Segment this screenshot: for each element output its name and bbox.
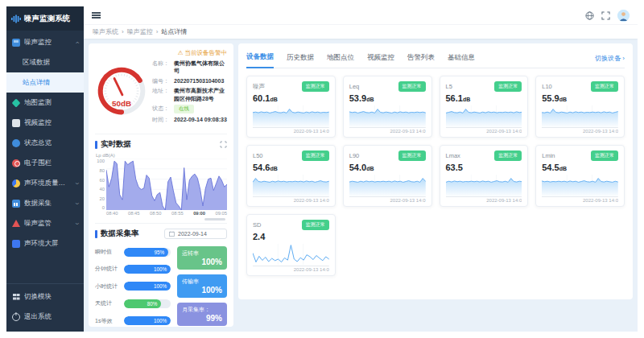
station-field: 名称：衢州协氢气体有限公司 — [152, 60, 227, 75]
expand-icon[interactable] — [220, 141, 227, 148]
rate-label: 天统计 — [95, 299, 121, 307]
sidebar-item-region-data[interactable]: 区域数据 — [6, 52, 84, 72]
tab-设备数据[interactable]: 设备数据 — [246, 49, 274, 68]
collection-rate-row: 分钟统计100% — [95, 265, 171, 274]
field-label: 地址： — [152, 87, 174, 102]
fullscreen-icon[interactable] — [601, 11, 610, 20]
collection-rate-row: 瞬时值95% — [95, 248, 171, 257]
sidebar-item-video-monitor[interactable]: 视频监控 — [6, 113, 84, 133]
progress-fill: 80% — [124, 299, 161, 308]
sparkline-chart — [253, 173, 329, 197]
field-value: 2022-09-14 09:08:33 — [174, 116, 227, 123]
sidebar-item-map-monitor[interactable]: 地图监测 — [6, 93, 84, 113]
metric-unit: dB — [463, 97, 470, 102]
tab-基础信息[interactable]: 基础信息 — [448, 50, 475, 68]
sidebar-item-e-fence[interactable]: 电子围栏 — [6, 153, 84, 173]
x-tick: 08:50 — [150, 211, 162, 216]
metric-unit: dB — [270, 97, 277, 102]
station-field: 时间：2022-09-14 09:08:33 — [152, 116, 227, 123]
field-value: 2022071503104003 — [174, 77, 224, 84]
metric-unit: dB — [270, 166, 277, 171]
tab-历史数据[interactable]: 历史数据 — [287, 50, 314, 68]
tabs-bar: 设备数据历史数据地图点位视频监控告警列表基础信息 切换设备 › — [246, 49, 625, 68]
breadcrumb-item[interactable]: 噪声系统 — [93, 27, 118, 36]
metric-unit: dB — [366, 166, 374, 171]
rate-cards: 运转率100%传输率100%月采集率：99% — [177, 243, 227, 329]
gauge-value: 50dB — [112, 99, 131, 108]
collection-rate-row: 小时统计100% — [95, 282, 171, 291]
y-tick: 80 — [95, 168, 105, 173]
date-picker[interactable]: 2022-09-14 — [164, 229, 227, 239]
sidebar-item-label: 状态总览 — [24, 138, 52, 148]
progress-fill: 100% — [124, 316, 171, 325]
collect-icon — [12, 200, 20, 208]
metric-timestamp: 2022-09-13 14:0 — [542, 198, 618, 203]
field-label: 名称： — [152, 60, 174, 75]
hamburger-menu-icon[interactable] — [92, 12, 101, 19]
sidebar-item-noise-supervision[interactable]: 噪声监管› — [6, 213, 84, 233]
device-data-panel: 设备数据历史数据地图点位视频监控告警列表基础信息 切换设备 › 噪声监测正常60… — [238, 43, 633, 299]
sidebar-item-label: 区域数据 — [23, 58, 50, 68]
tab-地图点位[interactable]: 地图点位 — [327, 50, 354, 68]
app-title: 噪声监测系统 — [24, 14, 70, 24]
sidebar-item-label: 噪声监管 — [24, 219, 52, 229]
user-avatar[interactable] — [617, 10, 630, 22]
sidebar-item-status-overview[interactable]: 状态总览 — [6, 133, 84, 153]
breadcrumb-item[interactable]: 站点详情 — [161, 27, 187, 36]
metric-timestamp: 2022-09-13 14:0 — [446, 198, 522, 203]
metric-value: 60.1dB — [253, 93, 329, 103]
metric-label: L5 — [446, 83, 452, 90]
sidebar-item-switch-module[interactable]: 切换模块 — [6, 286, 84, 307]
date-value: 2022-09-14 — [178, 231, 207, 237]
rate-label: 瞬时值 — [95, 248, 121, 256]
chevron-up-icon: › — [73, 41, 81, 43]
rate-card-value: 100% — [182, 258, 222, 266]
status-badge: 监测正常 — [302, 220, 329, 230]
sidebar-item-site-detail[interactable]: 站点详情 — [6, 72, 84, 93]
sidebar-item-label: 声环境大屏 — [24, 239, 59, 249]
tab-视频监控[interactable]: 视频监控 — [367, 50, 394, 68]
sidebar-item-label: 地图监测 — [24, 98, 52, 108]
switch-device-link[interactable]: 切换设备 › — [595, 54, 625, 68]
metric-timestamp: 2022-09-13 14:0 — [349, 198, 426, 203]
status-badge: 监测正常 — [398, 81, 426, 92]
app-logo: 噪声监测系统 — [6, 6, 84, 31]
field-label: 状态： — [152, 105, 174, 113]
rate-label: 分钟统计 — [95, 265, 121, 273]
station-fields: 名称：衢州协氢气体有限公司编号：2022071503104003地址：衢州市高新… — [152, 57, 227, 126]
video-icon — [12, 119, 20, 127]
topbar — [84, 6, 638, 24]
status-badge: 监测正常 — [302, 150, 329, 161]
rate-card-value: 100% — [182, 286, 222, 295]
status-badge: 在线 — [174, 105, 194, 113]
y-tick: 0 — [95, 205, 105, 210]
section-accent-bar — [95, 230, 97, 238]
screen-icon — [12, 240, 20, 248]
metric-timestamp: 2022-09-13 14:0 — [253, 129, 329, 134]
sidebar: 噪声监测系统 噪声监控›区域数据站点详情地图监测视频监控状态总览电子围栏声环境质… — [6, 6, 84, 332]
power-icon — [12, 313, 20, 321]
metric-timestamp: 2022-09-13 14:0 — [253, 267, 329, 272]
globe-icon[interactable] — [585, 11, 594, 20]
collection-title: 数据采集率 — [101, 229, 139, 239]
field-label: 编号： — [152, 77, 174, 84]
rate-card-label: 传输率 — [182, 278, 222, 286]
sidebar-item-data-collection[interactable]: 数据采集› — [6, 193, 84, 213]
metric-unit: dB — [366, 97, 374, 102]
station-field: 编号：2022071503104003 — [152, 77, 227, 84]
breadcrumb-item[interactable]: 噪声监控 — [127, 27, 153, 36]
chevron-down-icon: › — [73, 222, 81, 225]
collection-rate-list: 瞬时值95%分钟统计100%小时统计100%天统计80%1s等效100% — [95, 243, 171, 329]
sidebar-item-sound-env-screen[interactable]: 声环境大屏 — [6, 233, 84, 254]
sidebar-menu: 噪声监控›区域数据站点详情地图监测视频监控状态总览电子围栏声环境质量分析›数据采… — [6, 31, 84, 283]
metric-value: 54.5dB — [542, 163, 618, 172]
metric-value: 54.0dB — [349, 163, 426, 172]
metric-label: Lmin — [542, 152, 555, 159]
sidebar-item-logout[interactable]: 退出系统 — [6, 307, 84, 327]
scrollbar-handle[interactable] — [204, 218, 225, 221]
metric-label: Leq — [349, 83, 360, 90]
metric-card-L90: L90监测正常54.0dB2022-09-13 14:0 — [343, 145, 432, 207]
tab-告警列表[interactable]: 告警列表 — [407, 50, 435, 68]
sidebar-item-sound-quality-analysis[interactable]: 声环境质量分析› — [6, 173, 84, 193]
sidebar-item-noise-monitoring[interactable]: 噪声监控› — [6, 32, 84, 52]
